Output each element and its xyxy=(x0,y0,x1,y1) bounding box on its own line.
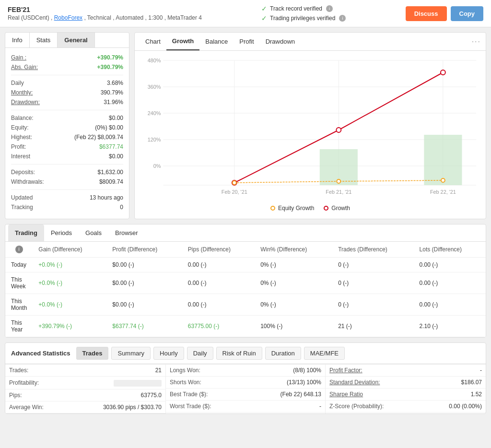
tab-browser[interactable]: Browser xyxy=(108,224,145,241)
svg-point-24 xyxy=(441,178,445,182)
adv-shortswon-label: Shorts Won: xyxy=(170,379,201,386)
svg-text:120%: 120% xyxy=(148,137,161,142)
adv-sharpe-label[interactable]: Sharpe Ratio xyxy=(329,391,363,398)
info-icon-table[interactable]: i xyxy=(15,246,23,253)
deposits-label: Deposits: xyxy=(11,169,35,176)
chart-more-button[interactable]: ··· xyxy=(472,37,481,46)
profit-label: Profit: xyxy=(11,143,26,150)
drawdown-row: Drawdown: 31.96% xyxy=(11,97,123,107)
adv-title: Advanced Statistics xyxy=(11,350,70,357)
row-gain: +0.0% (-) xyxy=(33,294,106,316)
adv-col-2: Longs Won: (8/8) 100% Shorts Won: (13/13… xyxy=(165,365,326,413)
drawdown-label[interactable]: Drawdown: xyxy=(11,99,40,106)
adv-sharpe-value: 1.52 xyxy=(471,391,482,398)
adv-header: Advanced Statistics Trades Summary Hourl… xyxy=(5,343,486,364)
row-gain: +0.0% (-) xyxy=(33,258,106,272)
row-pips: 0.00 (-) xyxy=(182,258,255,272)
roboforex-link[interactable]: RoboForex xyxy=(54,14,82,21)
info-icon-1[interactable]: i xyxy=(326,5,333,12)
row-trades: 0 (-) xyxy=(332,258,413,272)
row-win: 0% (-) xyxy=(255,272,332,294)
adv-besttrade-row: Best Trade ($): (Feb 22) 648.13 xyxy=(166,389,325,401)
tab-periods[interactable]: Periods xyxy=(44,224,79,241)
profit-row: Profit: $6377.74 xyxy=(11,142,123,152)
trading-section: Trading Periods Goals Browser i Gain (Di… xyxy=(5,224,486,338)
row-profit: $0.00 (-) xyxy=(106,258,182,272)
growth-chart: 480% 360% 240% 120% 0% Feb 20, '21 Feb 2… xyxy=(140,56,481,200)
abs-gain-row: Abs. Gain: +390.79% xyxy=(11,62,123,72)
legend-growth: Growth xyxy=(324,205,350,212)
trading-table: i Gain (Difference) Profit (Difference) … xyxy=(5,242,486,337)
row-lots: 2.10 (-) xyxy=(414,316,486,337)
header-buttons: Discuss Copy xyxy=(406,6,483,21)
gain-row: Gain : +390.79% xyxy=(11,53,123,62)
tab-info[interactable]: Info xyxy=(5,33,30,47)
abs-gain-label[interactable]: Abs. Gain: xyxy=(11,64,38,71)
adv-profitfactor-label[interactable]: Profit Factor: xyxy=(329,367,362,374)
tab-general[interactable]: General xyxy=(58,33,94,47)
withdrawals-row: Withdrawals: $8009.74 xyxy=(11,177,123,187)
adv-col-3: Profit Factor: - Standard Deviation: $18… xyxy=(326,365,486,413)
chart-tab-drawdown[interactable]: Drawdown xyxy=(260,33,301,50)
row-win: 100% (-) xyxy=(255,316,332,337)
tab-goals[interactable]: Goals xyxy=(79,224,108,241)
svg-rect-18 xyxy=(424,135,462,185)
adv-trades-row: Trades: 21 xyxy=(5,365,165,377)
info-icon-2[interactable]: i xyxy=(339,15,346,22)
tab-stats[interactable]: Stats xyxy=(30,33,58,47)
adv-worsttrade-row: Worst Trade ($): - xyxy=(166,401,325,413)
adv-pips-row: Pips: 63775.0 xyxy=(5,389,165,401)
adv-tab-hourly[interactable]: Hourly xyxy=(153,347,184,360)
adv-avgwin-row: Average Win: 3036.90 pips / $303.70 xyxy=(5,401,165,413)
adv-tab-risk[interactable]: Risk of Ruin xyxy=(216,347,262,360)
chart-tab-balance[interactable]: Balance xyxy=(199,33,234,50)
monthly-label[interactable]: Monthly: xyxy=(11,89,33,96)
account-subtitle: Real (USDCent) , RoboForex , Technical ,… xyxy=(8,14,202,21)
discuss-button[interactable]: Discuss xyxy=(406,6,447,21)
copy-button[interactable]: Copy xyxy=(451,6,484,21)
interest-row: Interest $0.00 xyxy=(11,152,123,161)
row-lots: 0.00 (-) xyxy=(414,272,486,294)
adv-tab-maemfe[interactable]: MAE/MFE xyxy=(304,347,345,360)
interest-label: Interest xyxy=(11,153,30,160)
profit-value: $6377.74 xyxy=(99,143,123,150)
chart-tab-profit[interactable]: Profit xyxy=(234,33,259,50)
deposits-row: Deposits: $1,632.00 xyxy=(11,167,123,177)
row-lots: 0.00 (-) xyxy=(414,294,486,316)
row-gain: +390.79% (-) xyxy=(33,316,106,337)
tab-trading[interactable]: Trading xyxy=(8,224,44,241)
balance-value: $0.00 xyxy=(109,115,123,121)
col-header-gain: Gain (Difference) xyxy=(33,242,106,258)
daily-row: Daily 3.68% xyxy=(11,78,123,88)
adv-zscore-row: Z-Score (Probability): 0.00 (0.00%) xyxy=(326,401,486,413)
adv-tab-duration[interactable]: Duration xyxy=(265,347,301,360)
adv-tab-trades[interactable]: Trades xyxy=(76,347,109,360)
adv-avgwin-value: 3036.90 pips / $303.70 xyxy=(103,404,162,411)
equity-label: Equity Growth xyxy=(278,205,314,212)
adv-pips-value: 63775.0 xyxy=(141,392,162,399)
monthly-value: 390.79% xyxy=(101,89,123,96)
adv-tab-daily[interactable]: Daily xyxy=(187,347,213,360)
advanced-statistics-section: Advanced Statistics Trades Summary Hourl… xyxy=(5,342,486,414)
adv-tab-summary[interactable]: Summary xyxy=(111,347,151,360)
adv-stddev-label[interactable]: Standard Deviation: xyxy=(329,379,380,386)
adv-longswon-row: Longs Won: (8/8) 100% xyxy=(166,365,325,377)
col-header-info: i xyxy=(5,242,33,258)
tracking-value: 0 xyxy=(120,204,123,211)
chart-tabs: Chart Growth Balance Profit Drawdown ··· xyxy=(135,33,486,51)
table-row: Today +0.0% (-) $0.00 (-) 0.00 (-) 0% (-… xyxy=(5,258,486,272)
chart-tab-chart[interactable]: Chart xyxy=(140,33,166,50)
main-container: FEB'21 Real (USDCent) , RoboForex , Tech… xyxy=(0,0,491,414)
svg-point-21 xyxy=(441,70,445,75)
trading-table-body: Today +0.0% (-) $0.00 (-) 0.00 (-) 0% (-… xyxy=(5,258,486,337)
adv-zscore-value: 0.00 (0.00%) xyxy=(449,403,482,410)
equity-value: (0%) $0.00 xyxy=(95,124,123,131)
left-panel: Info Stats General Gain : +390.79% Abs. … xyxy=(5,32,129,219)
gain-label[interactable]: Gain : xyxy=(11,54,26,61)
interest-value: $0.00 xyxy=(109,153,123,160)
adv-col-1: Trades: 21 Profitability: Pips: 63775.0 xyxy=(5,365,165,413)
chart-panel: Chart Growth Balance Profit Drawdown ··· xyxy=(134,32,486,219)
chart-tab-growth[interactable]: Growth xyxy=(166,33,200,50)
adv-worsttrade-label: Worst Trade ($): xyxy=(170,403,211,410)
adv-besttrade-label: Best Trade ($): xyxy=(170,391,208,398)
